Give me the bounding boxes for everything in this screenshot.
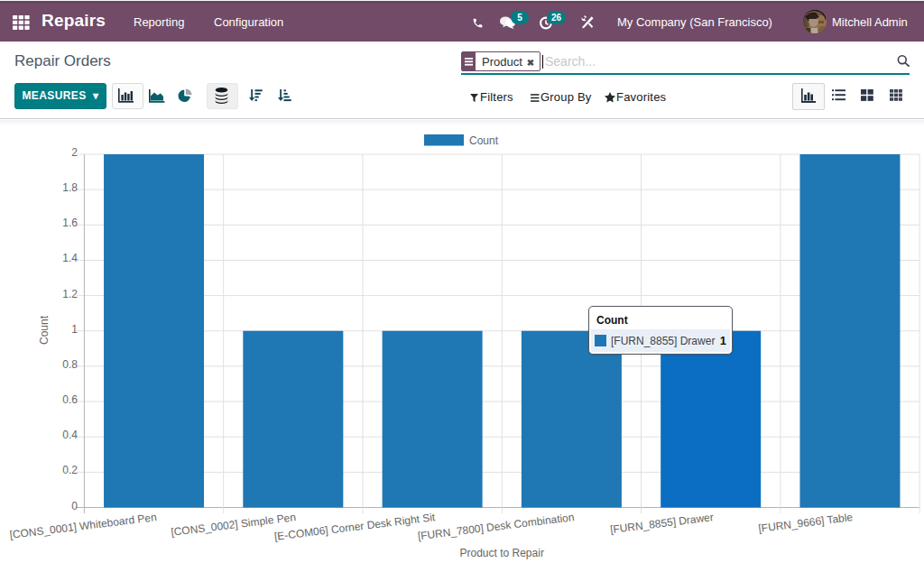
svg-text:0.4: 0.4 [62,429,78,441]
svg-text:0: 0 [71,500,78,512]
svg-text:0.6: 0.6 [62,393,78,406]
svg-text:0.2: 0.2 [62,464,78,476]
svg-text:[FURN_8855] Drawer: [FURN_8855] Drawer [609,511,714,536]
svg-text:Product to Repair: Product to Repair [460,547,544,559]
svg-text:1.2: 1.2 [62,288,78,300]
svg-text:1.6: 1.6 [62,217,78,229]
svg-text:[FURN_9666] Table: [FURN_9666] Table [758,511,854,535]
svg-text:[CONS_0001] Whiteboard Pen: [CONS_0001] Whiteboard Pen [9,511,158,541]
svg-text:Count: Count [469,134,499,147]
svg-text:1.4: 1.4 [62,252,78,264]
svg-text:0.8: 0.8 [62,358,78,371]
svg-text:[E-COM06] Corner Desk Right Si: [E-COM06] Corner Desk Right Sit [273,511,436,543]
svg-text:1: 1 [71,323,78,336]
svg-text:[FURN_7800] Desk Combination: [FURN_7800] Desk Combination [417,511,575,542]
svg-text:2: 2 [71,146,78,159]
svg-text:Count: Count [38,315,51,345]
svg-text:1.8: 1.8 [62,181,78,194]
